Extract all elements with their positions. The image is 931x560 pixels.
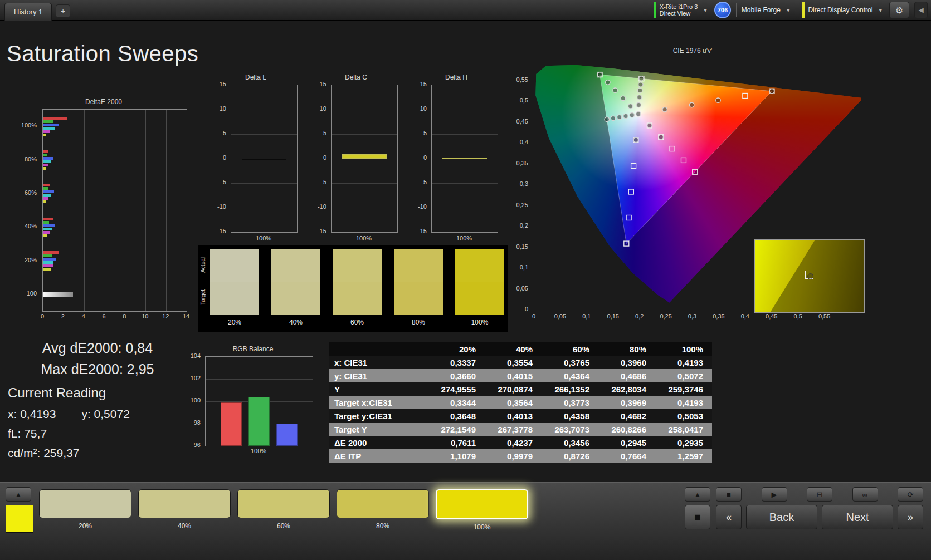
chevron-down-icon[interactable]: ▾: [701, 6, 709, 15]
deltae-bar: [43, 150, 48, 153]
gridline: [432, 208, 498, 208]
patch-button-60%[interactable]: 60%: [237, 489, 330, 531]
patch-button-label: 20%: [39, 522, 131, 530]
pattern-source-selector[interactable]: Mobile Forge ▾: [742, 1, 792, 19]
patch-label: 20%: [210, 318, 259, 326]
x-axis-tick: 0: [41, 313, 44, 320]
table-cell: 259,3746: [655, 382, 712, 396]
patch-button-20%[interactable]: 20%: [39, 489, 131, 531]
y-axis-labels: 151050-5-10-15: [314, 85, 329, 232]
table-cell: 258,0417: [655, 423, 712, 436]
table-cell: 0,4358: [542, 409, 598, 423]
y-axis-tick: 0,35: [516, 160, 528, 166]
y-axis-tick: 10: [220, 105, 226, 112]
y-axis-tick: -10: [318, 203, 326, 210]
rgb-balance-plot: [205, 356, 313, 446]
separator: [649, 3, 649, 17]
last-page-button[interactable]: »: [898, 505, 923, 529]
gridline: [332, 208, 397, 208]
chart-title: Delta L: [214, 73, 298, 81]
table-cell: 0,2935: [655, 436, 712, 449]
settings-button[interactable]: ⚙: [889, 2, 909, 18]
patch-button-100%[interactable]: 100%: [436, 489, 528, 531]
next-button[interactable]: Next: [822, 505, 893, 529]
table-cell: 0,3337: [428, 356, 485, 369]
table-cell: 0,4015: [485, 369, 542, 382]
patch-list-up-button[interactable]: ▲: [6, 487, 31, 502]
saturation-patch: 40%: [271, 249, 320, 326]
meter-count-badge[interactable]: 706: [714, 2, 731, 18]
table-cell: 262,8034: [598, 382, 655, 396]
y-axis-labels: 100%80%60%40%20%100: [17, 109, 40, 311]
collapse-panel-button[interactable]: ◀: [914, 2, 928, 18]
delta-bar: [442, 158, 487, 159]
patch-button-label: 80%: [337, 522, 429, 530]
gridline: [64, 110, 64, 311]
patch-swatch: [333, 249, 382, 315]
max-de2000: Max dE2000: 2,95: [17, 358, 178, 380]
patch-label: 60%: [333, 318, 382, 326]
display-control-selector[interactable]: Direct Display Control ▾: [802, 1, 884, 19]
chart-title: CIE 1976 u'v': [511, 47, 874, 55]
delta-c-chart: Delta C 151050-5-10-15 100%: [314, 73, 398, 247]
back-button[interactable]: Back: [746, 505, 817, 529]
y-axis-tick: -10: [418, 203, 427, 210]
deltae-bar: [43, 234, 47, 237]
delta-l-chart: Delta L 151050-5-10-15 100%: [214, 73, 298, 247]
y-axis-tick: 0,2: [520, 222, 528, 229]
pattern-source-label: Mobile Forge: [742, 6, 781, 14]
pattern-up-button[interactable]: ▲: [685, 487, 710, 502]
deltae-bar: [43, 120, 53, 123]
row-label: ΔE 2000: [329, 436, 428, 449]
tab-history-1[interactable]: History 1: [4, 3, 52, 21]
patch-button-swatch: [39, 489, 131, 518]
table-row: Y274,9555270,0874266,1352262,8034259,374…: [329, 382, 712, 396]
patch-swatch: [455, 249, 504, 315]
pattern-window-button[interactable]: ■: [685, 505, 710, 529]
pattern-controls: ▲ ■: [685, 487, 710, 529]
add-tab-button[interactable]: +: [56, 4, 70, 18]
cie-measure-point: [637, 95, 642, 100]
meter-accent: [654, 2, 656, 18]
y-axis-label: 100: [27, 290, 37, 297]
separator: [797, 3, 797, 17]
continuous-read-button[interactable]: ∞: [852, 487, 878, 502]
current-color-swatch[interactable]: [6, 505, 33, 533]
play-button[interactable]: ▶: [762, 487, 787, 502]
patch-label: 40%: [271, 318, 320, 326]
y-axis-tick: 15: [420, 81, 427, 87]
nav-controls: « Back Next »: [716, 505, 923, 529]
gridline: [332, 110, 397, 110]
table-cell: 0,3564: [485, 396, 542, 409]
patch-button-80%[interactable]: 80%: [337, 489, 429, 531]
first-page-button[interactable]: «: [716, 505, 742, 529]
y-axis-tick: 100: [191, 397, 201, 404]
table-cell: 0,9979: [485, 449, 542, 463]
cie-measure-point: [613, 88, 617, 92]
patch-button-label: 60%: [237, 522, 330, 530]
y-axis-tick: 98: [194, 419, 201, 426]
display-control-accent: [802, 2, 805, 18]
chevron-down-icon[interactable]: ▾: [876, 6, 884, 15]
chevron-down-icon[interactable]: ▾: [784, 6, 792, 15]
patch-button-40%[interactable]: 40%: [138, 489, 231, 531]
x-axis-label: 100%: [205, 448, 312, 454]
deltae-bar: [43, 194, 51, 197]
table-cell: 0,3765: [542, 356, 598, 369]
results-table: 20%40%60%80%100%x: CIE310,33370,35540,37…: [329, 342, 712, 463]
gridline: [231, 183, 297, 184]
capture-button[interactable]: ⊟: [807, 487, 832, 502]
table-cell: 0,5053: [655, 409, 712, 423]
stop-button[interactable]: ■: [716, 487, 742, 502]
rgb-balance-bar-blue: [276, 424, 298, 446]
x-axis-labels: 00,050,10,150,20,250,30,350,40,450,50,55: [534, 313, 861, 321]
table-cell: 0,7664: [598, 449, 655, 463]
row-label: Target y:CIE31: [329, 409, 428, 423]
deltae-bar: [43, 134, 46, 136]
y-axis-tick: -15: [217, 228, 226, 234]
gridline: [105, 110, 105, 311]
delta-c-plot: [331, 85, 398, 233]
topbar: History 1 + X-Rite i1Pro 3 Direct View ▾…: [0, 0, 931, 21]
repeat-button[interactable]: ⟳: [898, 487, 923, 502]
meter-selector[interactable]: X-Rite i1Pro 3 Direct View ▾: [654, 1, 709, 19]
